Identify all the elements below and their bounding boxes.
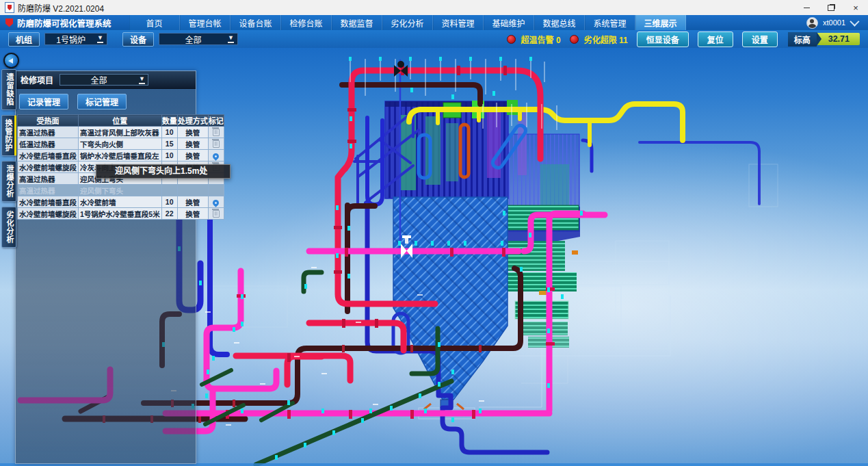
- table-row[interactable]: 高温过热器迎风侧下弯头: [18, 185, 224, 196]
- restore-button[interactable]: [819, 0, 843, 15]
- dropdown-arrow-icon: ▼: [228, 35, 234, 43]
- restore-icon: [828, 5, 834, 11]
- user-area[interactable]: xt0001: [806, 15, 868, 30]
- position-tooltip: 迎风侧下弯头向上1.5m处: [96, 164, 231, 179]
- table-cell-pos: 锅炉水冷壁后墙垂直段左: [79, 150, 162, 161]
- nav-tab-item[interactable]: 基础维护: [484, 15, 534, 30]
- side-tab[interactable]: 遗留缺陷: [1, 69, 16, 110]
- viewport-3d[interactable]: 遗留缺陷换管防护泄爆分析劣化分析 检修项目 全部 ▼ 记录管理 标记管理 受热面…: [0, 48, 868, 466]
- table-cell-qty: 15: [161, 138, 177, 150]
- window-title: 防磨防爆 V2.2021.0204: [18, 2, 104, 14]
- table-cell-mode: 换管: [177, 127, 208, 138]
- table-cell-mark[interactable]: [208, 208, 224, 220]
- filter-value: 全部: [63, 74, 135, 86]
- table-row[interactable]: 水冷壁后墙垂直段锅炉水冷壁后墙垂直段左10换管: [18, 150, 224, 161]
- table-cell-face: 水冷壁前墙螺旋段: [18, 208, 79, 220]
- inspection-filter-select[interactable]: 全部 ▼: [60, 74, 148, 86]
- back-button[interactable]: [3, 53, 19, 68]
- table-cell-pos: 迎风侧下弯头: [79, 185, 162, 196]
- alarm-dot-icon: [507, 35, 516, 44]
- table-cell-qty: 10: [161, 150, 177, 161]
- always-show-devices-button[interactable]: 恒显设备: [637, 31, 689, 47]
- table-cell-mark[interactable]: [208, 127, 224, 138]
- unit-select[interactable]: 1号锅炉 ▼: [44, 33, 107, 45]
- nav-tab-item[interactable]: 管理台帐: [180, 15, 231, 30]
- table-cell-mode: [177, 185, 208, 196]
- degradation-alarm: 劣化超限 11: [570, 34, 628, 45]
- side-tab[interactable]: 劣化分析: [1, 207, 16, 248]
- nav-tab-item[interactable]: 系统管理: [585, 15, 635, 30]
- table-column-header: 位置: [79, 115, 162, 127]
- table-cell-face: 水冷壁前墙螺旋段: [18, 161, 79, 173]
- inspection-panel: 检修项目 全部 ▼ 记录管理 标记管理 受热面位置数量处理方式标记 高温过热器高…: [15, 70, 196, 464]
- nav-tab-item[interactable]: 资料管理: [433, 15, 484, 30]
- table-row[interactable]: 低温过热器下弯头向火侧15换管: [18, 138, 224, 150]
- table-row[interactable]: 水冷壁前墙螺旋段1号锅炉水冷壁垂直段5米22换管: [18, 208, 224, 220]
- overtemp-alarm-label: 超温告警 0: [521, 34, 561, 45]
- table-column-header: 数量: [161, 115, 177, 127]
- nav-tab-item[interactable]: 检修台账: [281, 15, 332, 30]
- elevation-indicator: 标高 32.71: [788, 32, 860, 47]
- trash-icon[interactable]: [213, 129, 220, 136]
- nav-tab-item[interactable]: 劣化分析: [382, 15, 433, 30]
- table-column-header: 处理方式: [177, 115, 208, 127]
- back-arrow-icon: [8, 58, 13, 64]
- table-cell-face: 高温过热器: [18, 173, 79, 185]
- table-row[interactable]: 高温过热器高温过背风侧上部吹灰器10换管: [18, 127, 224, 138]
- nav-tab-item[interactable]: 首页: [129, 15, 180, 30]
- nav-tab-item[interactable]: 数据总线: [534, 15, 585, 30]
- close-button[interactable]: ×: [843, 0, 868, 15]
- panel-buttons: 记录管理 标记管理: [16, 89, 196, 113]
- app-shield-icon: [5, 2, 14, 13]
- table-cell-face: 水冷壁后墙垂直段: [18, 150, 79, 161]
- table-cell-pos: 1号锅炉水冷壁垂直段5米: [79, 208, 162, 220]
- table-row[interactable]: 水冷壁前墙垂直段水冷壁前墙10换管: [18, 196, 224, 208]
- dropdown-arrow-icon: ▼: [139, 76, 145, 84]
- nav-tab-active[interactable]: 三维展示: [635, 15, 686, 30]
- unit-label: 机组: [8, 32, 40, 47]
- app-window: 防磨防爆 V2.2021.0204 × 防磨防爆可视化管理系统 首页管理台帐设备…: [0, 0, 868, 466]
- table-cell-mode: 换管: [177, 208, 208, 220]
- nav-tabs: 首页管理台帐设备台账检修台账数据监督劣化分析资料管理基础维护数据总线系统管理三维…: [129, 15, 686, 30]
- table-cell-mark[interactable]: [208, 196, 224, 208]
- table-header-row: 受热面位置数量处理方式标记: [18, 115, 224, 127]
- table-cell-mark[interactable]: [208, 150, 224, 161]
- device-label: 设备: [122, 32, 154, 47]
- side-tab[interactable]: 换管防护: [1, 115, 16, 156]
- panel-title: 检修项目: [21, 74, 53, 86]
- table-cell-qty: [161, 185, 177, 196]
- location-pin-icon[interactable]: [211, 152, 220, 161]
- dropdown-arrow-icon: ▼: [97, 35, 103, 43]
- table-cell-face: 水冷壁前墙垂直段: [18, 196, 79, 208]
- user-name: xt0001: [823, 18, 845, 27]
- table-cell-mark[interactable]: [208, 138, 224, 150]
- brand: 防磨防爆可视化管理系统: [0, 15, 129, 30]
- minimize-button[interactable]: [794, 0, 819, 15]
- table-cell-qty: 22: [161, 208, 177, 220]
- trash-icon[interactable]: [213, 140, 220, 148]
- side-tab[interactable]: 泄爆分析: [1, 161, 16, 202]
- sub-toolbar: 机组 1号锅炉 ▼ 设备 全部 ▼ 超温告警 0 劣化超限 11 恒显设备 复位…: [0, 30, 868, 48]
- settings-button[interactable]: 设置: [742, 31, 778, 47]
- user-avatar: [806, 17, 818, 29]
- mark-manage-button[interactable]: 标记管理: [77, 94, 127, 109]
- table-cell-face: 低温过热器: [18, 138, 79, 150]
- reset-button[interactable]: 复位: [698, 31, 733, 47]
- location-pin-icon[interactable]: [211, 198, 220, 207]
- table-cell-mark[interactable]: [208, 185, 224, 196]
- close-icon: ×: [853, 3, 858, 13]
- record-manage-button[interactable]: 记录管理: [19, 94, 68, 109]
- chevron-down-icon[interactable]: [850, 17, 859, 27]
- elevation-value: 32.71: [817, 33, 860, 45]
- main-navbar: 防磨防爆可视化管理系统 首页管理台帐设备台账检修台账数据监督劣化分析资料管理基础…: [0, 15, 868, 30]
- table-cell-pos: 高温过背风侧上部吹灰器: [79, 127, 162, 138]
- os-titlebar: 防磨防爆 V2.2021.0204 ×: [0, 0, 868, 15]
- nav-tab-item[interactable]: 数据监督: [332, 15, 382, 30]
- table-cell-face: 高温过热器: [18, 185, 79, 196]
- table-cell-qty: 10: [161, 196, 177, 208]
- device-select[interactable]: 全部 ▼: [159, 33, 238, 45]
- trash-icon[interactable]: [213, 210, 220, 218]
- alarm-dot-icon: [570, 35, 579, 44]
- table-cell-mode: 换管: [177, 196, 208, 208]
- nav-tab-item[interactable]: 设备台账: [231, 15, 281, 30]
